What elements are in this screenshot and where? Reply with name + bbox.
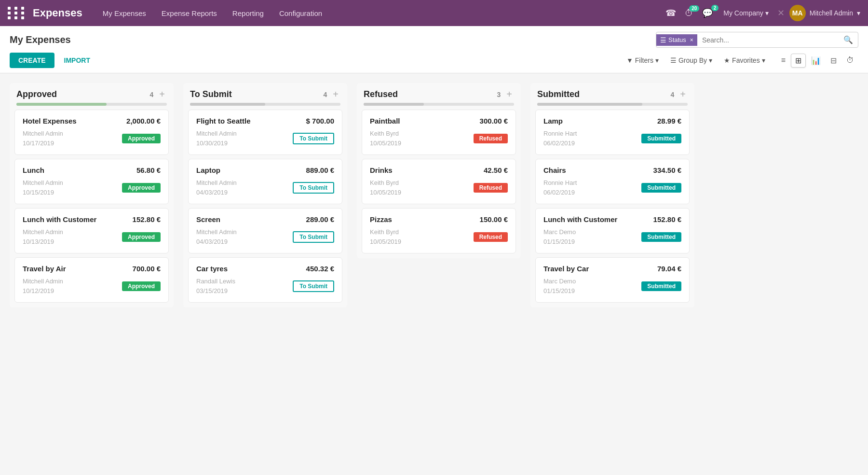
kanban-card[interactable]: Lamp 28.99 € Ronnie Hart 06/02/2019 Subm… [535,110,690,155]
group-by-button[interactable]: ☰ Group By ▾ [666,55,716,66]
kanban-column-submitted: Submitted 4 + Lamp 28.99 € Ronnie Hart [530,83,694,307]
search-bar: ☰ Status × 🔍 [656,32,858,48]
kanban-card[interactable]: Chairs 334.50 € Ronnie Hart 06/02/2019 S… [535,159,690,204]
user-menu[interactable]: MA Mitchell Admin ▾ [789,5,860,21]
filter-close-icon[interactable]: × [690,37,693,43]
chat-badge-btn[interactable]: 💬 2 [700,8,715,18]
search-icon[interactable]: 🔍 [839,32,858,47]
status-badge: Approved [122,134,161,143]
app-logo: Expenses [33,7,82,19]
menu-expense-reports[interactable]: Expense Reports [155,6,224,20]
card-amount: 700.00 € [133,265,161,273]
view-icons: ≡ ⊞ 📊 ⊟ ⏱ [777,54,858,68]
card-title: Chairs [543,166,566,174]
list-view-button[interactable]: ≡ [777,54,790,67]
kanban-col-count-submitted: 4 [671,91,675,98]
card-title: Lamp [543,117,563,125]
status-badge: To Submit [293,182,334,194]
filters-button[interactable]: ▼ Filters ▾ [623,55,663,66]
top-menu: My Expenses Expense Reports Reporting Co… [96,6,664,20]
status-badge: Submitted [641,183,681,193]
card-user: Mitchell Admin [23,178,63,188]
card-title: Travel by Car [543,265,589,273]
card-footer-row: Ronnie Hart 06/02/2019 Submitted [543,178,681,197]
card-title: Lunch with Customer [23,215,96,224]
kanban-cards-refused: Paintball 300.00 € Keith Byrd 10/05/2019… [357,110,521,258]
card-meta: Marc Demo 01/15/2019 [543,227,576,246]
card-amount: $ 700.00 [306,117,334,125]
card-meta: Ronnie Hart 06/02/2019 [543,178,577,197]
pivot-view-button[interactable]: ⏱ [842,54,858,67]
kanban-board: Approved 4 + Hotel Expenses 2,000.00 € M… [0,73,868,317]
import-button[interactable]: IMPORT [57,53,97,68]
card-footer-row: Mitchell Admin 10/17/2019 Approved [23,129,161,148]
filter-label: Status [668,36,686,43]
create-button[interactable]: CREATE [10,53,54,68]
kanban-card[interactable]: Travel by Air 700.00 € Mitchell Admin 10… [14,257,169,303]
card-footer-row: Marc Demo 01/15/2019 Submitted [543,277,681,295]
kanban-card[interactable]: Laptop 889.00 € Mitchell Admin 04/03/201… [188,159,342,204]
kanban-card[interactable]: Lunch with Customer 152.80 € Marc Demo 0… [535,208,690,253]
kanban-progress-fill-refused [364,103,424,106]
search-input[interactable] [697,33,839,47]
card-user: Keith Byrd [370,227,401,237]
clock-badge-btn[interactable]: ⏱ 20 [683,8,695,18]
kanban-col-title-approved: Approved [16,89,57,99]
card-date: 01/15/2019 [543,237,576,247]
card-meta: Mitchell Admin 10/12/2019 [23,277,63,295]
favorites-chevron-icon: ▾ [762,56,765,64]
chart-view-button[interactable]: 📊 [807,54,825,68]
menu-my-expenses[interactable]: My Expenses [96,6,153,20]
grid-view-button[interactable]: ⊟ [826,54,841,68]
card-meta: Keith Byrd 10/05/2019 [370,227,401,246]
kanban-col-add-refused[interactable]: + [504,89,514,100]
kanban-cards-approved: Hotel Expenses 2,000.00 € Mitchell Admin… [10,110,174,307]
card-footer-row: Mitchell Admin 10/13/2019 Approved [23,227,161,246]
card-date: 10/05/2019 [370,237,401,247]
filters-label: Filters [635,56,653,64]
kanban-card[interactable]: Lunch with Customer 152.80 € Mitchell Ad… [14,208,169,253]
kanban-card[interactable]: Flight to Seattle $ 700.00 Mitchell Admi… [188,110,342,155]
status-badge: Refused [474,183,508,193]
kanban-card[interactable]: Hotel Expenses 2,000.00 € Mitchell Admin… [14,110,169,155]
subheader-actions: CREATE IMPORT ▼ Filters ▾ ☰ Group By ▾ ★… [10,53,858,73]
menu-reporting[interactable]: Reporting [226,6,271,20]
topnav-right-area: ☎ ⏱ 20 💬 2 My Company ▾ ✕ MA Mitchell Ad… [664,5,860,21]
kanban-view-button[interactable]: ⊞ [791,54,806,68]
chat-badge-count: 2 [711,5,719,11]
filter-funnel-icon: ▼ [626,56,633,64]
kanban-column-tosubmit: To Submit 4 + Flight to Seattle $ 700.00… [183,83,347,307]
kanban-card[interactable]: Paintball 300.00 € Keith Byrd 10/05/2019… [362,110,516,155]
app-grid-menu[interactable] [8,7,26,19]
kanban-card[interactable]: Drinks 42.50 € Keith Byrd 10/05/2019 Ref… [362,159,516,204]
search-filter-tag[interactable]: ☰ Status × [656,34,697,46]
clock-badge-count: 20 [689,5,699,12]
status-badge: Submitted [641,134,681,143]
kanban-card[interactable]: Pizzas 150.00 € Keith Byrd 10/05/2019 Re… [362,208,516,253]
kanban-card[interactable]: Car tyres 450.32 € Randall Lewis 03/15/2… [188,257,342,303]
card-user: Marc Demo [543,277,576,286]
kanban-col-header-refused: Refused 3 + [357,83,521,103]
card-header-row: Flight to Seattle $ 700.00 [196,117,334,125]
kanban-progress-bar-tosubmit [190,103,340,106]
kanban-col-title-refused: Refused [364,89,398,99]
card-amount: 289.00 € [306,215,334,224]
card-user: Ronnie Hart [543,178,577,188]
phone-icon[interactable]: ☎ [664,6,678,20]
card-footer-row: Mitchell Admin 10/15/2019 Approved [23,178,161,197]
kanban-card[interactable]: Lunch 56.80 € Mitchell Admin 10/15/2019 … [14,159,169,204]
kanban-col-add-approved[interactable]: + [157,89,167,100]
kanban-card[interactable]: Screen 289.00 € Mitchell Admin 04/03/201… [188,208,342,253]
favorites-button[interactable]: ★ Favorites ▾ [720,55,769,66]
kanban-col-add-tosubmit[interactable]: + [331,89,340,100]
card-amount: 150.00 € [480,215,508,224]
card-meta: Mitchell Admin 04/03/2019 [196,178,237,197]
card-amount: 334.50 € [653,166,681,174]
status-badge: Refused [474,134,508,143]
kanban-col-add-submitted[interactable]: + [678,89,688,100]
card-title: Lunch [23,166,44,174]
menu-configuration[interactable]: Configuration [272,6,329,20]
company-selector[interactable]: My Company ▾ [719,7,772,19]
card-header-row: Lunch 56.80 € [23,166,161,174]
kanban-card[interactable]: Travel by Car 79.04 € Marc Demo 01/15/20… [535,257,690,303]
